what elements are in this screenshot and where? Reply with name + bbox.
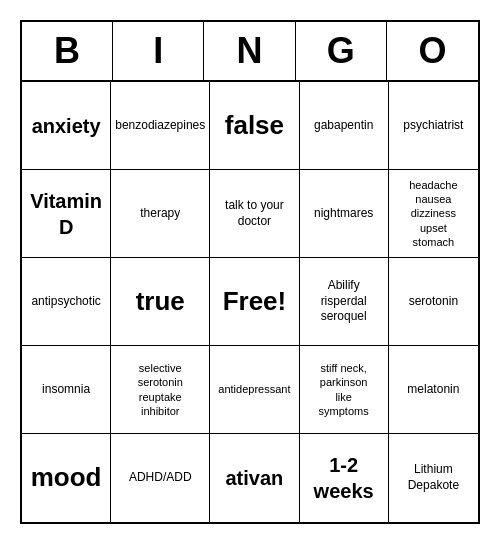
cell-text: anxiety [32,113,101,139]
bingo-cell[interactable]: nightmares [300,170,389,258]
bingo-cell[interactable]: Abilifyrisperdalseroquel [300,258,389,346]
bingo-cell[interactable]: antidepressant [210,346,299,434]
cell-text: nightmares [314,206,373,222]
bingo-cell[interactable]: antipsychotic [22,258,111,346]
bingo-cell[interactable]: benzodiazepines [111,82,210,170]
bingo-cell[interactable]: psychiatrist [389,82,478,170]
bingo-cell[interactable]: therapy [111,170,210,258]
bingo-cell[interactable]: selectiveserotoninreuptakeinhibitor [111,346,210,434]
bingo-cell[interactable]: false [210,82,299,170]
bingo-header: BINGO [22,22,478,82]
cell-text: ativan [226,465,284,491]
bingo-cell[interactable]: mood [22,434,111,522]
cell-text: psychiatrist [403,118,463,134]
bingo-cell[interactable]: ADHD/ADD [111,434,210,522]
cell-text: selectiveserotoninreuptakeinhibitor [138,361,183,418]
cell-text: ADHD/ADD [129,470,192,486]
bingo-cell[interactable]: LithiumDepakote [389,434,478,522]
cell-text: Free! [223,285,287,319]
header-letter: G [296,22,387,80]
bingo-cell[interactable]: melatonin [389,346,478,434]
header-letter: I [113,22,204,80]
bingo-cell[interactable]: gabapentin [300,82,389,170]
cell-text: Vitamin D [26,188,106,240]
cell-text: insomnia [42,382,90,398]
cell-text: benzodiazepines [115,118,205,134]
bingo-cell[interactable]: anxiety [22,82,111,170]
cell-text: 1-2weeks [314,452,374,504]
bingo-cell[interactable]: stiff neck,parkinsonlikesymptoms [300,346,389,434]
bingo-cell[interactable]: 1-2weeks [300,434,389,522]
bingo-grid: anxietybenzodiazepinesfalsegabapentinpsy… [22,82,478,522]
bingo-cell[interactable]: insomnia [22,346,111,434]
bingo-cell[interactable]: serotonin [389,258,478,346]
bingo-cell[interactable]: ativan [210,434,299,522]
header-letter: O [387,22,478,80]
cell-text: gabapentin [314,118,373,134]
header-letter: N [204,22,295,80]
cell-text: melatonin [407,382,459,398]
bingo-cell[interactable]: headachenauseadizzinessupsetstomach [389,170,478,258]
cell-text: Abilifyrisperdalseroquel [321,278,367,325]
cell-text: talk to your doctor [214,198,294,229]
cell-text: antipsychotic [31,294,100,310]
cell-text: mood [31,461,102,495]
cell-text: false [225,109,284,143]
bingo-cell[interactable]: Free! [210,258,299,346]
cell-text: stiff neck,parkinsonlikesymptoms [319,361,369,418]
cell-text: true [136,285,185,319]
bingo-cell[interactable]: talk to your doctor [210,170,299,258]
cell-text: therapy [140,206,180,222]
bingo-card: BINGO anxietybenzodiazepinesfalsegabapen… [20,20,480,524]
cell-text: antidepressant [218,382,290,396]
bingo-cell[interactable]: true [111,258,210,346]
cell-text: serotonin [409,294,458,310]
cell-text: LithiumDepakote [408,462,459,493]
header-letter: B [22,22,113,80]
bingo-cell[interactable]: Vitamin D [22,170,111,258]
cell-text: headachenauseadizzinessupsetstomach [409,178,457,249]
